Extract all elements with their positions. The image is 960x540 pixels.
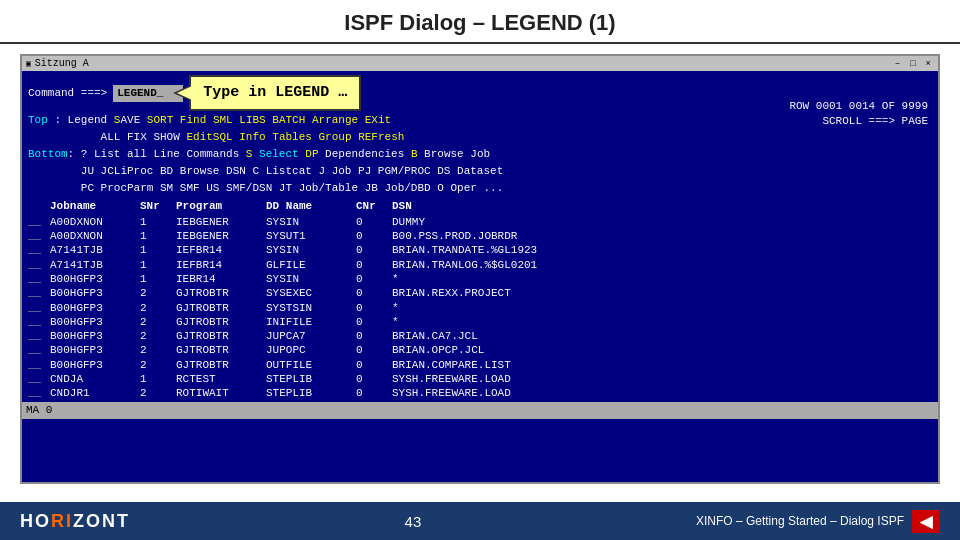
row-jobname: B00HGFP3 bbox=[50, 286, 140, 300]
row-cnr: 0 bbox=[356, 258, 392, 272]
table-rows-container: __ A00DXNON 1 IEBGENER SYSIN 0 DUMMY __ … bbox=[28, 215, 932, 415]
menu-bottom2: JU JCLiProc BD Browse DSN C Listcat J Jo… bbox=[28, 164, 932, 179]
table-row[interactable]: __ CNDJR1 2 ROTIWAIT STEPLIB 0 SYSH.FREE… bbox=[28, 386, 932, 400]
row-sel[interactable]: __ bbox=[28, 386, 50, 400]
row-program: ROTIWAIT bbox=[176, 386, 266, 400]
row-dsn: BRIAN.TRANDATE.%GL1923 bbox=[392, 243, 932, 257]
row-program: GJTROBTR bbox=[176, 329, 266, 343]
row-sel[interactable]: __ bbox=[28, 358, 50, 372]
callout-balloon: Type in LEGEND … bbox=[189, 75, 361, 111]
row-snr: 1 bbox=[140, 243, 176, 257]
table-row[interactable]: __ A00DXNON 1 IEBGENER SYSIN 0 DUMMY bbox=[28, 215, 932, 229]
row-dsn: * bbox=[392, 315, 932, 329]
terminal-table: Jobname SNr Program DD Name CNr DSN __ A… bbox=[28, 199, 932, 414]
row-dsn: BRIAN.COMPARE.LIST bbox=[392, 358, 932, 372]
row-cnr: 0 bbox=[356, 229, 392, 243]
row-cnr: 0 bbox=[356, 301, 392, 315]
table-row[interactable]: __ B00HGFP3 2 GJTROBTR OUTFILE 0 BRIAN.C… bbox=[28, 358, 932, 372]
row-jobname: CNDJA bbox=[50, 372, 140, 386]
row-cnr: 0 bbox=[356, 343, 392, 357]
row-ddname: SYSEXEC bbox=[266, 286, 356, 300]
row-jobname: B00HGFP3 bbox=[50, 272, 140, 286]
table-row[interactable]: __ B00HGFP3 2 GJTROBTR INIFILE 0 * bbox=[28, 315, 932, 329]
row-program: IEFBR14 bbox=[176, 258, 266, 272]
row-cnr: 0 bbox=[356, 358, 392, 372]
row-dsn: BRIAN.REXX.PROJECT bbox=[392, 286, 932, 300]
col-snr-header: SNr bbox=[140, 199, 176, 213]
row-cnr: 0 bbox=[356, 372, 392, 386]
table-row[interactable]: __ B00HGFP3 2 GJTROBTR SYSTSIN 0 * bbox=[28, 301, 932, 315]
row-program: GJTROBTR bbox=[176, 315, 266, 329]
table-row[interactable]: __ CNDJA 1 RCTEST STEPLIB 0 SYSH.FREEWAR… bbox=[28, 372, 932, 386]
table-row[interactable]: __ B00HGFP3 1 IEBR14 SYSIN 0 * bbox=[28, 272, 932, 286]
row-dsn: DUMMY bbox=[392, 215, 932, 229]
row-program: GJTROBTR bbox=[176, 286, 266, 300]
row-jobname: CNDJR1 bbox=[50, 386, 140, 400]
row-program: GJTROBTR bbox=[176, 301, 266, 315]
row-program: IEBGENER bbox=[176, 229, 266, 243]
row-program: RCTEST bbox=[176, 372, 266, 386]
row-sel[interactable]: __ bbox=[28, 258, 50, 272]
maximize-button[interactable]: □ bbox=[907, 59, 918, 69]
footer-nav-button[interactable]: ◀ bbox=[912, 510, 940, 533]
terminal-window[interactable]: ▣ Sitzung A – □ × ROW 0001 0014 OF 9999 … bbox=[20, 54, 940, 484]
main-content: ▣ Sitzung A – □ × ROW 0001 0014 OF 9999 … bbox=[0, 44, 960, 494]
row-jobname: A00DXNON bbox=[50, 215, 140, 229]
row-jobname: A7141TJB bbox=[50, 258, 140, 272]
footer-logo: HORIZONT bbox=[20, 511, 130, 532]
row-sel[interactable]: __ bbox=[28, 343, 50, 357]
table-row[interactable]: __ A7141TJB 1 IEFBR14 SYSIN 0 BRIAN.TRAN… bbox=[28, 243, 932, 257]
row-snr: 2 bbox=[140, 329, 176, 343]
row-snr: 1 bbox=[140, 258, 176, 272]
footer-nav-label: XINFO – Getting Started – Dialog ISPF bbox=[696, 514, 904, 528]
row-jobname: B00HGFP3 bbox=[50, 358, 140, 372]
row-dsn: SYSH.FREEWARE.LOAD bbox=[392, 372, 932, 386]
row-ddname: JUPOPC bbox=[266, 343, 356, 357]
table-header: Jobname SNr Program DD Name CNr DSN bbox=[28, 199, 932, 213]
table-row[interactable]: __ B00HGFP3 2 GJTROBTR JUPCA7 0 BRIAN.CA… bbox=[28, 329, 932, 343]
row-snr: 1 bbox=[140, 272, 176, 286]
terminal-titlebar-left: ▣ Sitzung A bbox=[26, 58, 89, 69]
col-program-header: Program bbox=[176, 199, 266, 213]
row-sel[interactable]: __ bbox=[28, 301, 50, 315]
minimize-button[interactable]: – bbox=[892, 59, 903, 69]
row-ddname: SYSIN bbox=[266, 243, 356, 257]
row-snr: 2 bbox=[140, 286, 176, 300]
row-sel[interactable]: __ bbox=[28, 286, 50, 300]
row-sel[interactable]: __ bbox=[28, 272, 50, 286]
row-dsn: SYSH.FREEWARE.LOAD bbox=[392, 386, 932, 400]
row-dsn: BRIAN.TRANLOG.%$GL0201 bbox=[392, 258, 932, 272]
row-ddname: SYSIN bbox=[266, 272, 356, 286]
row-sel[interactable]: __ bbox=[28, 329, 50, 343]
footer-page-number: 43 bbox=[405, 513, 422, 530]
terminal-icon: ▣ bbox=[26, 59, 31, 68]
logo-ri: RI bbox=[51, 511, 73, 531]
row-ddname: GLFILE bbox=[266, 258, 356, 272]
row-dsn: BRIAN.OPCP.JCL bbox=[392, 343, 932, 357]
close-button[interactable]: × bbox=[923, 59, 934, 69]
table-row[interactable]: __ B00HGFP3 2 GJTROBTR SYSEXEC 0 BRIAN.R… bbox=[28, 286, 932, 300]
terminal-controls[interactable]: – □ × bbox=[892, 59, 934, 69]
row-ddname: SYSIN bbox=[266, 215, 356, 229]
row-sel[interactable]: __ bbox=[28, 315, 50, 329]
row-cnr: 0 bbox=[356, 215, 392, 229]
menu-bottom: Bottom: ? List all Line Commands S Selec… bbox=[28, 147, 932, 162]
table-row[interactable]: __ A00DXNON 1 IEBGENER SYSUT1 0 B00.PSS.… bbox=[28, 229, 932, 243]
col-cnr-header: CNr bbox=[356, 199, 392, 213]
row-sel[interactable]: __ bbox=[28, 372, 50, 386]
row-jobname: B00HGFP3 bbox=[50, 343, 140, 357]
row-program: GJTROBTR bbox=[176, 358, 266, 372]
row-jobname: B00HGFP3 bbox=[50, 301, 140, 315]
table-row[interactable]: __ B00HGFP3 2 GJTROBTR JUPOPC 0 BRIAN.OP… bbox=[28, 343, 932, 357]
menu-bottom3: PC ProcParm SM SMF US SMF/DSN JT Job/Tab… bbox=[28, 181, 932, 196]
row-snr: 2 bbox=[140, 315, 176, 329]
status-bar: MA 0 bbox=[22, 402, 938, 419]
row-jobname: A7141TJB bbox=[50, 243, 140, 257]
row-sel[interactable]: __ bbox=[28, 215, 50, 229]
table-row[interactable]: __ A7141TJB 1 IEFBR14 GLFILE 0 BRIAN.TRA… bbox=[28, 258, 932, 272]
row-sel[interactable]: __ bbox=[28, 229, 50, 243]
row-program: IEBR14 bbox=[176, 272, 266, 286]
menu-top2: ALL FIX SHOW EditSQL Info Tables Group R… bbox=[28, 130, 932, 145]
row-sel[interactable]: __ bbox=[28, 243, 50, 257]
col-dsn-header: DSN bbox=[392, 199, 932, 213]
